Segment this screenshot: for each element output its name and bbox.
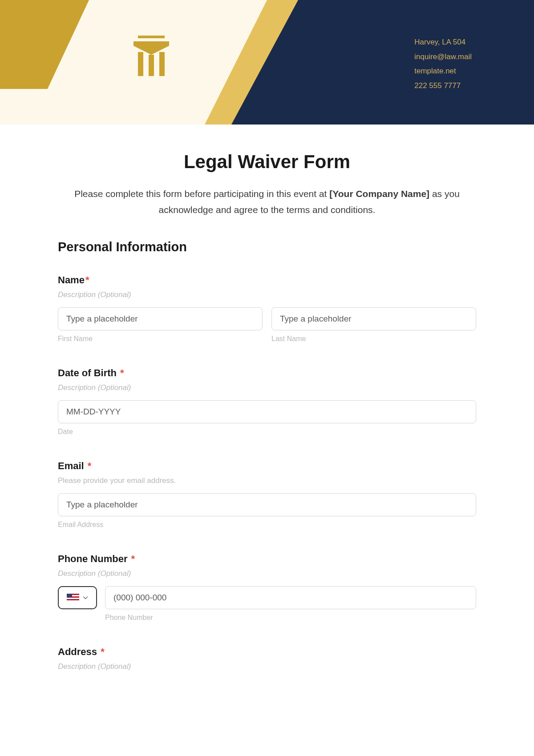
form-subtitle: Please complete this form before partici… xyxy=(58,186,476,217)
required-indicator: * xyxy=(117,367,124,378)
us-flag-icon xyxy=(67,594,79,602)
email-label-text: Email xyxy=(58,460,84,471)
address-label-text: Address xyxy=(58,646,97,657)
svg-rect-3 xyxy=(149,55,154,76)
address-description: Description (Optional) xyxy=(58,662,476,671)
last-name-sublabel: Last Name xyxy=(271,335,476,343)
contact-email: inquire@law.mail xyxy=(414,50,472,64)
svg-rect-2 xyxy=(138,52,143,76)
name-input-row: First Name Last Name xyxy=(58,307,476,343)
last-name-col: Last Name xyxy=(271,307,476,343)
phone-input-row: Phone Number xyxy=(58,586,476,622)
required-indicator: * xyxy=(85,274,89,286)
address-field-group: Address * Description (Optional) xyxy=(58,646,476,671)
dob-sublabel: Date xyxy=(58,428,476,436)
svg-rect-0 xyxy=(138,36,165,38)
email-field-group: Email * Please provide your email addres… xyxy=(58,460,476,529)
dob-label: Date of Birth * xyxy=(58,367,476,379)
first-name-input[interactable] xyxy=(58,307,263,330)
phone-label-text: Phone Number xyxy=(58,553,127,564)
contact-address: Harvey, LA 504 xyxy=(414,36,472,49)
company-logo-icon xyxy=(129,33,174,82)
dob-field-group: Date of Birth * Description (Optional) D… xyxy=(58,367,476,436)
required-indicator: * xyxy=(128,553,135,564)
address-label: Address * xyxy=(58,646,476,658)
email-sublabel: Email Address xyxy=(58,521,476,529)
dob-label-text: Date of Birth xyxy=(58,367,117,378)
subtitle-pre: Please complete this form before partici… xyxy=(74,189,329,199)
chevron-down-icon xyxy=(83,596,88,599)
last-name-input[interactable] xyxy=(271,307,476,330)
name-label: Name* xyxy=(58,274,476,286)
required-indicator: * xyxy=(85,460,92,471)
phone-input-col: Phone Number xyxy=(105,586,476,622)
form-content: Legal Waiver Form Please complete this f… xyxy=(0,125,534,713)
dob-input[interactable] xyxy=(58,400,476,423)
svg-rect-4 xyxy=(159,52,165,76)
decorative-gold-corner xyxy=(0,0,89,89)
form-title: Legal Waiver Form xyxy=(58,151,476,173)
first-name-col: First Name xyxy=(58,307,263,343)
country-code-selector[interactable] xyxy=(58,586,97,609)
phone-description: Description (Optional) xyxy=(58,569,476,578)
phone-label: Phone Number * xyxy=(58,553,476,565)
contact-website: template.net xyxy=(414,64,472,78)
section-heading-personal-info: Personal Information xyxy=(58,240,476,254)
email-input[interactable] xyxy=(58,493,476,516)
phone-field-group: Phone Number * Description (Optional) xyxy=(58,553,476,622)
contact-phone: 222 555 7777 xyxy=(414,79,472,93)
name-label-text: Name xyxy=(58,274,85,286)
email-description: Please provide your email address. xyxy=(58,476,476,485)
dob-description: Description (Optional) xyxy=(58,383,476,392)
letterhead-header: Harvey, LA 504 inquire@law.mail template… xyxy=(0,0,534,125)
name-description: Description (Optional) xyxy=(58,290,476,299)
svg-rect-1 xyxy=(134,41,169,46)
contact-info-block: Harvey, LA 504 inquire@law.mail template… xyxy=(414,36,472,93)
first-name-sublabel: First Name xyxy=(58,335,263,343)
phone-sublabel: Phone Number xyxy=(105,614,476,622)
name-field-group: Name* Description (Optional) First Name … xyxy=(58,274,476,343)
phone-input[interactable] xyxy=(105,586,476,609)
required-indicator: * xyxy=(98,646,105,657)
email-label: Email * xyxy=(58,460,476,472)
subtitle-company-placeholder: [Your Company Name] xyxy=(329,189,429,199)
